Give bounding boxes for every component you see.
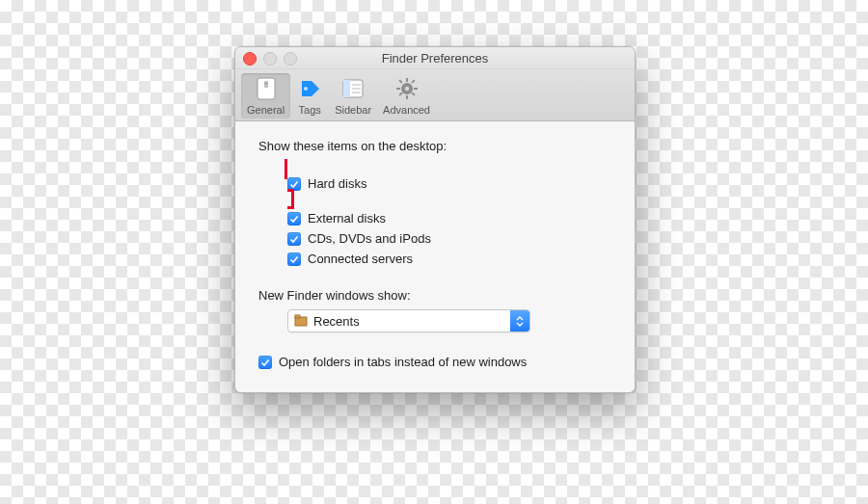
general-pane: Show these items on the desktop: Hard di… [235, 121, 635, 392]
minimize-button[interactable] [263, 52, 277, 66]
external-disks-label: External disks [308, 211, 386, 226]
svg-point-10 [404, 87, 408, 91]
svg-rect-13 [396, 88, 400, 90]
new-window-select[interactable]: Recents [287, 309, 530, 332]
desktop-items-heading: Show these items on the desktop: [258, 139, 611, 153]
external-disks-checkbox[interactable] [287, 212, 301, 225]
svg-rect-12 [406, 95, 408, 99]
tab-sidebar[interactable]: Sidebar [329, 73, 377, 119]
svg-rect-2 [264, 83, 268, 84]
recents-icon [293, 313, 309, 329]
chevron-up-down-icon [510, 310, 529, 332]
traffic-lights [243, 52, 297, 66]
zoom-button[interactable] [284, 52, 297, 66]
sidebar-icon [339, 75, 366, 102]
tabs-checkbox[interactable] [258, 356, 272, 369]
window-title: Finder Preferences [382, 51, 489, 66]
titlebar[interactable]: Finder Preferences [235, 47, 635, 69]
svg-rect-5 [343, 80, 350, 97]
optical-label: CDs, DVDs and iPods [308, 231, 431, 247]
new-window-value: Recents [313, 314, 360, 329]
new-window-heading: New Finder windows show: [258, 288, 611, 303]
servers-checkbox[interactable] [287, 252, 301, 266]
desktop-items-list: Hard disks External disks CDs, DVDs and … [258, 162, 611, 267]
svg-rect-17 [411, 79, 415, 83]
svg-point-3 [304, 87, 308, 91]
hard-disks-highlight: Hard disks [285, 159, 611, 209]
svg-rect-16 [411, 92, 415, 95]
preferences-toolbar: General Tags Sidebar Advanced [235, 69, 635, 121]
gear-icon [393, 75, 420, 102]
svg-rect-15 [398, 79, 402, 83]
svg-rect-14 [414, 88, 418, 90]
optical-checkbox[interactable] [287, 232, 301, 246]
tab-tags[interactable]: Tags [290, 73, 329, 119]
hard-disks-label: Hard disks [308, 176, 366, 192]
close-button[interactable] [243, 52, 257, 66]
finder-preferences-window: Finder Preferences General Tags Sidebar … [234, 46, 636, 393]
tab-advanced-label: Advanced [383, 104, 430, 116]
svg-rect-20 [295, 315, 300, 318]
general-icon [253, 75, 280, 102]
tags-icon [296, 75, 323, 102]
tab-sidebar-label: Sidebar [335, 104, 371, 116]
hard-disks-checkbox[interactable] [287, 177, 301, 191]
tab-general-label: General [247, 104, 285, 116]
tab-tags-label: Tags [299, 104, 321, 116]
svg-rect-11 [406, 78, 408, 82]
svg-rect-18 [398, 92, 402, 95]
servers-label: Connected servers [308, 252, 413, 267]
tabs-label: Open folders in tabs instead of new wind… [279, 355, 527, 369]
tab-general[interactable]: General [241, 73, 290, 119]
tab-advanced[interactable]: Advanced [377, 73, 436, 119]
svg-rect-1 [264, 81, 268, 88]
